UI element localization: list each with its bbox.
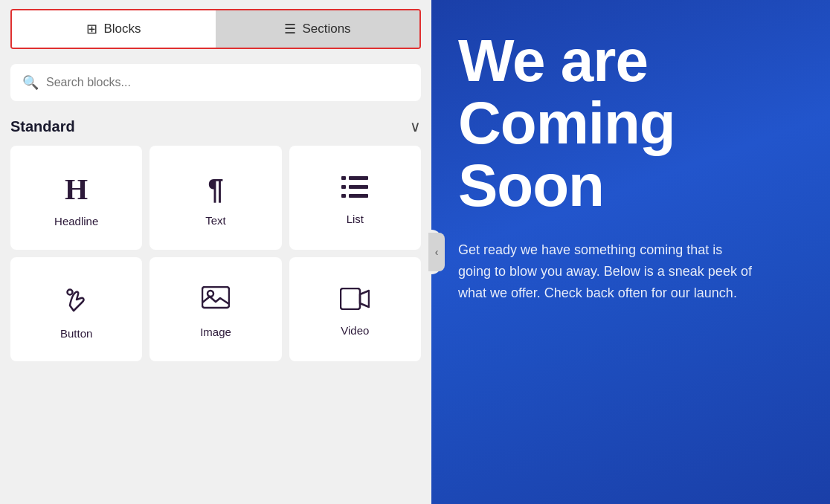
search-icon: 🔍 bbox=[22, 74, 39, 91]
standard-section-title: Standard bbox=[10, 118, 75, 135]
sections-tab-label: Sections bbox=[302, 22, 350, 36]
image-icon bbox=[202, 286, 230, 315]
block-button[interactable]: Button bbox=[10, 257, 142, 361]
block-list[interactable]: List bbox=[289, 146, 421, 250]
search-input[interactable] bbox=[46, 76, 409, 89]
blocks-tab-label: Blocks bbox=[103, 22, 141, 36]
svg-rect-4 bbox=[341, 194, 346, 198]
collapse-icon: ‹ bbox=[435, 246, 439, 258]
block-text[interactable]: ¶ Text bbox=[149, 146, 281, 250]
button-icon bbox=[62, 285, 91, 317]
headline-label: Headline bbox=[54, 215, 98, 227]
svg-point-8 bbox=[208, 291, 213, 297]
text-icon: ¶ bbox=[208, 175, 223, 204]
left-panel: ⊞ Blocks ☰ Sections 🔍 Standard ∨ H Headl… bbox=[0, 0, 431, 504]
sections-tab-icon: ☰ bbox=[284, 21, 296, 37]
block-grid: H Headline ¶ Text List bbox=[10, 146, 421, 361]
image-label: Image bbox=[200, 326, 231, 338]
block-image[interactable]: Image bbox=[149, 257, 281, 361]
preview-title: We areComingSoon bbox=[458, 30, 803, 217]
right-panel: We areComingSoon Get ready we have somet… bbox=[431, 0, 830, 504]
text-label: Text bbox=[205, 214, 226, 227]
svg-rect-3 bbox=[349, 185, 368, 189]
tab-sections[interactable]: ☰ Sections bbox=[216, 10, 419, 48]
search-box: 🔍 bbox=[10, 64, 421, 101]
section-heading: Standard ∨ bbox=[10, 117, 421, 135]
list-label: List bbox=[347, 213, 364, 225]
list-icon bbox=[341, 176, 368, 202]
block-headline[interactable]: H Headline bbox=[10, 146, 142, 250]
preview-subtitle: Get ready we have something coming that … bbox=[458, 239, 756, 303]
headline-icon: H bbox=[65, 175, 88, 204]
video-icon bbox=[340, 288, 370, 314]
chevron-down-icon[interactable]: ∨ bbox=[410, 117, 421, 135]
svg-rect-9 bbox=[341, 288, 360, 309]
tab-bar: ⊞ Blocks ☰ Sections bbox=[10, 9, 421, 49]
video-label: Video bbox=[341, 324, 369, 337]
blocks-tab-icon: ⊞ bbox=[86, 21, 97, 37]
svg-rect-7 bbox=[202, 287, 229, 308]
collapse-handle[interactable]: ‹ bbox=[428, 233, 445, 271]
tab-blocks[interactable]: ⊞ Blocks bbox=[12, 10, 216, 48]
block-video[interactable]: Video bbox=[289, 257, 421, 361]
svg-rect-2 bbox=[341, 185, 346, 189]
svg-point-6 bbox=[67, 290, 72, 295]
svg-rect-1 bbox=[349, 176, 368, 180]
svg-rect-5 bbox=[349, 194, 368, 198]
search-container: 🔍 bbox=[10, 64, 421, 101]
button-label: Button bbox=[60, 327, 92, 340]
svg-rect-0 bbox=[341, 176, 346, 180]
